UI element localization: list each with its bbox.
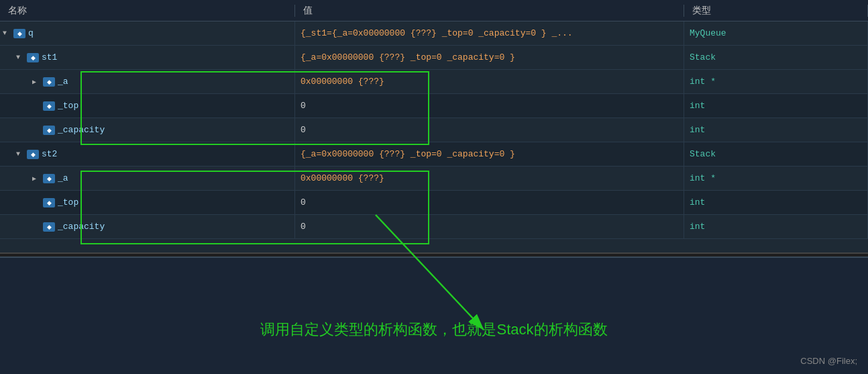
var-name-cap2: _capacity: [58, 222, 105, 232]
type-cell-q: MyQueue: [684, 21, 868, 45]
var-type-a2: int *: [690, 173, 716, 183]
var-type-st2: Stack: [690, 149, 716, 159]
name-cell-cap2: ▶ ◆ _capacity: [0, 215, 295, 238]
table-row: ▶ ◆ _a 0x00000000 {???} int *: [0, 70, 868, 94]
name-cell-q[interactable]: ▼ ◆ q: [0, 21, 295, 45]
table-row: ▼ ◆ st2 {_a=0x00000000 {???} _top=0 _cap…: [0, 142, 868, 167]
var-name-cap1: _capacity: [58, 125, 105, 135]
var-type-cap1: int: [690, 125, 705, 135]
empty-row: [0, 239, 868, 252]
expand-arrow-a1[interactable]: ▶: [32, 78, 43, 86]
type-cell-cap1: int: [684, 118, 868, 142]
var-value-a2: 0x00000000 {???}: [301, 173, 384, 183]
header-name: 名称: [0, 5, 295, 17]
var-value-cap1: 0: [301, 125, 306, 135]
var-name-a1: _a: [58, 77, 68, 87]
value-cell-a2: 0x00000000 {???}: [295, 167, 684, 190]
expand-arrow-st1[interactable]: ▼: [16, 54, 27, 61]
var-type-cap2: int: [690, 222, 705, 232]
var-icon-cap2: ◆: [43, 222, 55, 232]
type-cell-a2: int *: [684, 167, 868, 190]
expand-arrow-a2[interactable]: ▶: [32, 175, 43, 183]
var-value-top2: 0: [301, 197, 306, 207]
name-cell-a1[interactable]: ▶ ◆ _a: [0, 70, 295, 93]
var-type-q: MyQueue: [690, 28, 726, 38]
value-cell-top1: 0: [295, 94, 684, 118]
var-type-a1: int *: [690, 77, 716, 87]
var-icon-top2: ◆: [43, 198, 55, 207]
name-cell-cap1: ▶ ◆ _capacity: [0, 118, 295, 142]
value-cell-top2: 0: [295, 191, 684, 214]
var-icon-top1: ◆: [43, 101, 55, 111]
var-icon-st2: ◆: [27, 150, 39, 159]
var-type-top2: int: [690, 197, 705, 207]
var-value-top1: 0: [301, 101, 306, 111]
table-row: ▶ ◆ _top 0 int: [0, 191, 868, 215]
var-type-st1: Stack: [690, 52, 716, 62]
value-cell-cap1: 0: [295, 118, 684, 142]
var-icon-a1: ◆: [43, 77, 55, 87]
var-name-a2: _a: [58, 173, 68, 183]
var-value-st1: {_a=0x00000000 {???} _top=0 _capacity=0 …: [301, 52, 515, 62]
table-row: ▶ ◆ _top 0 int: [0, 94, 868, 118]
expand-arrow-q[interactable]: ▼: [3, 30, 13, 37]
name-cell-a2[interactable]: ▶ ◆ _a: [0, 167, 295, 190]
value-cell-cap2: 0: [295, 215, 684, 238]
name-cell-top2: ▶ ◆ _top: [0, 191, 295, 214]
var-type-top1: int: [690, 101, 705, 111]
name-cell-top1: ▶ ◆ _top: [0, 94, 295, 118]
var-name-q: q: [28, 28, 34, 38]
value-cell-st2: {_a=0x00000000 {???} _top=0 _capacity=0 …: [295, 142, 684, 166]
var-name-top1: _top: [58, 101, 78, 111]
var-icon-q: ◆: [13, 29, 25, 38]
type-cell-top2: int: [684, 191, 868, 214]
var-name-st1: st1: [42, 52, 57, 62]
table-row: ▶ ◆ _capacity 0 int: [0, 215, 868, 239]
var-icon-a2: ◆: [43, 174, 55, 183]
debugger-table: 名称 值 类型 ▼ ◆ q {_st1={_a=0x00000000 {???}…: [0, 0, 868, 254]
table-row: ▶ ◆ _capacity 0 int: [0, 118, 868, 142]
type-cell-top1: int: [684, 94, 868, 118]
annotation-text: 调用自定义类型的析构函数，也就是Stack的析构函数: [260, 320, 607, 340]
expand-arrow-st2[interactable]: ▼: [16, 150, 27, 158]
annotation-area: 调用自定义类型的析构函数，也就是Stack的析构函数: [0, 256, 868, 374]
table-row: ▶ ◆ _a 0x00000000 {???} int *: [0, 167, 868, 191]
table-header: 名称 值 类型: [0, 0, 868, 21]
watermark: CSDN @Filex;: [800, 356, 857, 366]
var-value-a1: 0x00000000 {???}: [301, 77, 384, 87]
value-cell-st1: {_a=0x00000000 {???} _top=0 _capacity=0 …: [295, 46, 684, 69]
table-row: ▼ ◆ q {_st1={_a=0x00000000 {???} _top=0 …: [0, 21, 868, 46]
name-cell-st2[interactable]: ▼ ◆ st2: [0, 142, 295, 166]
value-cell-q: {_st1={_a=0x00000000 {???} _top=0 _capac…: [295, 21, 684, 45]
var-name-top2: _top: [58, 197, 78, 207]
var-name-st2: st2: [42, 149, 57, 159]
value-cell-a1: 0x00000000 {???}: [295, 70, 684, 93]
type-cell-cap2: int: [684, 215, 868, 238]
var-value-q: {_st1={_a=0x00000000 {???} _top=0 _capac…: [301, 28, 573, 38]
type-cell-st2: Stack: [684, 142, 868, 166]
header-value: 值: [295, 5, 684, 17]
name-cell-st1[interactable]: ▼ ◆ st1: [0, 46, 295, 69]
var-value-st2: {_a=0x00000000 {???} _top=0 _capacity=0 …: [301, 149, 515, 159]
type-cell-a1: int *: [684, 70, 868, 93]
var-icon-st1: ◆: [27, 53, 39, 62]
type-cell-st1: Stack: [684, 46, 868, 69]
table-row: ▼ ◆ st1 {_a=0x00000000 {???} _top=0 _cap…: [0, 46, 868, 70]
var-value-cap2: 0: [301, 222, 306, 232]
header-type: 类型: [684, 5, 868, 17]
var-icon-cap1: ◆: [43, 126, 55, 135]
